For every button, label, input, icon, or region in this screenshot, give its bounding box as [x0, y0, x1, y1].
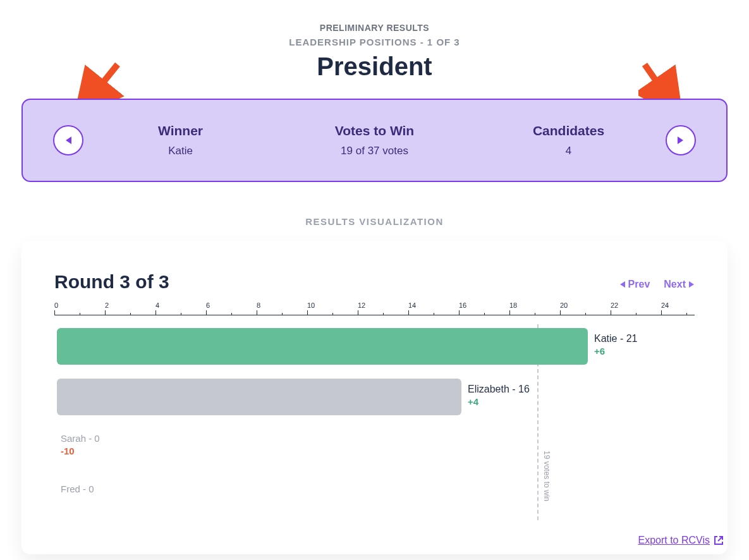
- axis-tick: [585, 313, 586, 315]
- bar-label: Katie - 21: [594, 333, 637, 344]
- axis-tick-label: 0: [54, 301, 58, 309]
- bar-rect: [57, 328, 588, 365]
- summary-votes-to-win: Votes to Win 19 of 37 votes: [277, 123, 472, 157]
- axis-tick: [181, 313, 181, 315]
- chart-x-axis: 024681012141618202224: [54, 301, 695, 315]
- bar-rect: [57, 379, 461, 415]
- axis-tick: [484, 313, 485, 315]
- axis-tick: [155, 310, 156, 315]
- axis-tick: [282, 313, 283, 315]
- next-position-button[interactable]: [666, 125, 696, 155]
- export-rcvis-label: Export to RCVis: [638, 535, 710, 546]
- axis-tick: [686, 313, 687, 315]
- summary-card: Winner Katie Votes to Win 19 of 37 votes…: [21, 99, 728, 182]
- axis-tick-label: 8: [257, 301, 260, 309]
- round-title: Round 3 of 3: [54, 271, 169, 293]
- results-visualization-label: RESULTS VISUALIZATION: [21, 216, 728, 227]
- axis-tick: [661, 310, 662, 315]
- axis-tick: [130, 313, 131, 315]
- axis-tick: [231, 313, 232, 315]
- bar-label: Sarah - 0: [61, 433, 100, 444]
- preliminary-results-label: PRELIMINARY RESULTS: [21, 0, 728, 33]
- results-visualization-card: Round 3 of 3 Prev Next 02468101214161820…: [21, 241, 728, 554]
- page-title: President: [21, 52, 728, 81]
- axis-tick: [206, 310, 207, 315]
- axis-tick: [358, 310, 358, 315]
- round-prev-label: Prev: [628, 279, 650, 290]
- bar-row: Fred - 0: [54, 476, 695, 520]
- axis-tick: [257, 310, 257, 315]
- axis-tick: [434, 313, 434, 315]
- round-prev-button[interactable]: Prev: [619, 279, 650, 290]
- prev-position-button[interactable]: [53, 125, 83, 155]
- summary-candidates-value: 4: [472, 145, 666, 157]
- summary-winner-heading: Winner: [83, 123, 277, 138]
- bar-label: Elizabeth - 16: [468, 384, 530, 395]
- axis-tick: [636, 313, 636, 315]
- triangle-right-icon: [688, 281, 695, 288]
- axis-tick: [509, 310, 510, 315]
- axis-tick: [560, 310, 561, 315]
- bar-row: Sarah - 0-10: [54, 425, 695, 470]
- axis-tick-label: 14: [408, 301, 416, 309]
- axis-tick-label: 10: [307, 301, 315, 309]
- axis-tick-label: 2: [105, 301, 109, 309]
- triangle-left-icon: [64, 136, 72, 145]
- axis-tick-label: 16: [459, 301, 466, 309]
- summary-candidates-heading: Candidates: [472, 123, 666, 138]
- summary-candidates: Candidates 4: [472, 123, 666, 157]
- axis-tick-label: 6: [206, 301, 210, 309]
- axis-tick: [307, 310, 308, 315]
- bar-label: Fred - 0: [61, 484, 94, 494]
- axis-tick-label: 18: [509, 301, 517, 309]
- round-next-button[interactable]: Next: [664, 279, 695, 290]
- bar-row: Elizabeth - 16+4: [54, 375, 695, 419]
- bar-row: Katie - 21+6: [54, 324, 695, 368]
- chart-bars-area: 19 votes to win Katie - 21+6Elizabeth - …: [54, 324, 695, 527]
- round-next-label: Next: [664, 279, 686, 290]
- axis-tick: [54, 310, 55, 315]
- axis-tick: [408, 310, 409, 315]
- axis-tick: [105, 310, 106, 315]
- external-link-icon: [714, 535, 724, 545]
- axis-tick: [535, 313, 535, 315]
- summary-winner: Winner Katie: [83, 123, 277, 157]
- axis-tick-label: 20: [560, 301, 568, 309]
- summary-votes-value: 19 of 37 votes: [277, 145, 472, 157]
- bar-delta: +4: [468, 396, 478, 407]
- bar-delta: -10: [61, 446, 75, 456]
- triangle-right-icon: [677, 136, 685, 145]
- axis-tick-label: 12: [358, 301, 365, 309]
- axis-tick-label: 4: [155, 301, 159, 309]
- axis-tick-label: 24: [661, 301, 669, 309]
- export-rcvis-link[interactable]: Export to RCVis: [638, 535, 724, 546]
- summary-winner-value: Katie: [83, 145, 277, 157]
- triangle-left-icon: [619, 281, 626, 288]
- summary-votes-heading: Votes to Win: [277, 123, 472, 138]
- bar-delta: +6: [594, 346, 605, 356]
- axis-tick-label: 22: [611, 301, 618, 309]
- axis-tick: [80, 313, 80, 315]
- position-subtitle: LEADERSHIP POSITIONS - 1 OF 3: [21, 37, 728, 47]
- axis-tick: [611, 310, 611, 315]
- axis-tick: [459, 310, 460, 315]
- axis-tick: [383, 313, 384, 315]
- axis-tick: [332, 313, 333, 315]
